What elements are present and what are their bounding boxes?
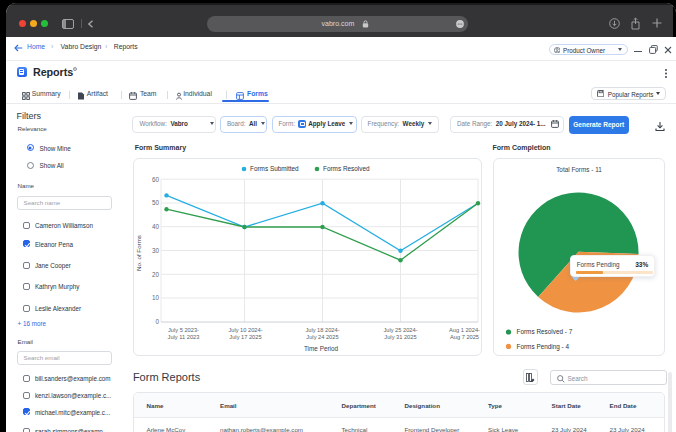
svg-text:July 17 2025: July 17 2025 bbox=[229, 333, 261, 339]
svg-text:July 11 2023: July 11 2023 bbox=[167, 333, 199, 339]
svg-text:Aug 1 2024-: Aug 1 2024- bbox=[449, 327, 480, 333]
svg-text:Forms Pending - 4: Forms Pending - 4 bbox=[516, 342, 569, 350]
svg-text:July 18 2024-: July 18 2024- bbox=[305, 327, 339, 333]
svg-text:Aug 7 2025: Aug 7 2025 bbox=[449, 333, 478, 339]
svg-text:July 5 2023-: July 5 2023- bbox=[168, 327, 199, 333]
svg-text:10: 10 bbox=[151, 294, 159, 301]
svg-text:20: 20 bbox=[151, 270, 159, 277]
svg-text:Forms Resolved: Forms Resolved bbox=[323, 165, 370, 172]
svg-text:No. of Forms: No. of Forms bbox=[135, 235, 142, 271]
svg-text:40: 40 bbox=[151, 223, 159, 230]
svg-text:30: 30 bbox=[151, 246, 159, 253]
svg-text:Forms Submitted: Forms Submitted bbox=[250, 165, 299, 172]
svg-text:July 31 2025: July 31 2025 bbox=[384, 333, 416, 339]
svg-text:Total Forms - 11: Total Forms - 11 bbox=[556, 166, 602, 173]
svg-text:Forms Resolved - 7: Forms Resolved - 7 bbox=[516, 328, 572, 335]
svg-text:50: 50 bbox=[151, 199, 159, 206]
svg-text:60: 60 bbox=[151, 175, 159, 182]
svg-text:0: 0 bbox=[155, 318, 159, 325]
svg-text:July 10 2024-: July 10 2024- bbox=[228, 327, 262, 333]
svg-text:July 25 2024-: July 25 2024- bbox=[383, 327, 417, 333]
svg-text:July 24 2025: July 24 2025 bbox=[306, 333, 338, 339]
svg-text:Time Period: Time Period bbox=[303, 344, 338, 351]
